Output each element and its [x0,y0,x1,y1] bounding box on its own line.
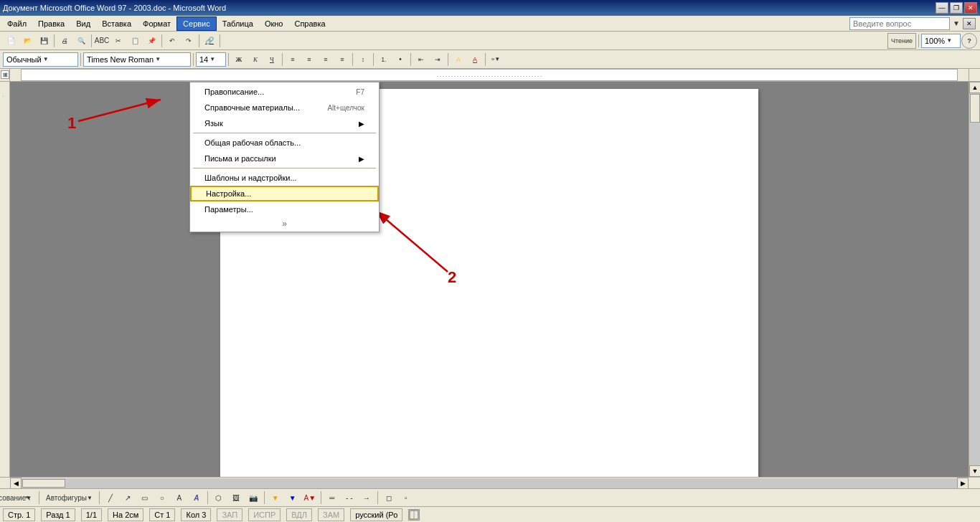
diagram-button[interactable]: ⬡ [211,490,227,506]
menu-edit[interactable]: Правка [32,16,70,31]
font-color-button[interactable]: A [467,52,483,67]
search-dropdown-arrow[interactable]: ▼ [953,19,960,27]
menu-reference[interactable]: Справочные материалы... Alt+щелчок [190,100,379,115]
close-button[interactable]: ✕ [964,2,977,14]
line-spacing-button[interactable]: ↕ [355,52,371,67]
status-rec[interactable]: ЗАП [217,508,242,521]
undo-button[interactable]: ↶ [164,33,180,49]
menu-format[interactable]: Формат [137,16,176,31]
dash-style-button[interactable]: - - [341,490,357,506]
rectangle-tool-button[interactable]: ▭ [137,490,153,506]
status-fix[interactable]: ИСПР [248,508,281,521]
open-button[interactable]: 📂 [19,33,35,49]
style-combo[interactable]: Обычный ▼ [3,52,78,67]
help-close-button[interactable]: ✕ [963,18,976,29]
menu-customize[interactable]: Настройка... [190,186,379,201]
scroll-up-button[interactable]: ▲ [969,82,980,93]
menu-window[interactable]: Окно [259,16,289,31]
autoshapes-button[interactable]: Автофигуры ▼ [42,490,96,506]
ellipse-tool-button[interactable]: ○ [154,490,170,506]
line-tool-button[interactable]: ╱ [103,490,118,506]
vertical-scrollbar[interactable]: ▲ ▼ [969,82,980,477]
hyperlink-button[interactable]: 🔗 [202,33,217,49]
bold-button[interactable]: Ж [231,52,247,67]
menu-more-button[interactable]: » [282,219,287,229]
ruler-corner: ⊞ [0,69,10,81]
save-button[interactable]: 💾 [36,33,52,49]
minimize-button[interactable]: — [936,2,948,14]
italic-button[interactable]: К [248,52,263,67]
menu-table[interactable]: Таблица [217,16,259,31]
line-style-button[interactable]: ═ [324,490,340,506]
scroll-track[interactable] [969,93,980,465]
increase-indent-button[interactable]: ⇥ [430,52,446,67]
help-icon[interactable]: ? [961,33,977,49]
underline-button[interactable]: Ч [264,52,280,67]
toolbar-options-button[interactable]: »▼ [488,52,504,67]
menu-options[interactable]: Параметры... [190,201,379,217]
reading-mode-button[interactable]: Чтение [887,33,916,49]
copy-button[interactable]: 📋 [127,33,143,49]
font-color-draw-button[interactable]: A▼ [302,490,318,506]
spell-button[interactable]: ABC [94,33,110,49]
menu-shared[interactable]: Общая рабочая область... [190,135,379,151]
zoom-combo[interactable]: 100% ▼ [921,34,961,48]
select-objects-button[interactable]: ↖ [20,490,36,506]
hscroll-right-button[interactable]: ▶ [957,478,969,489]
arrow-tool-button[interactable]: ↗ [120,490,136,506]
textbox-tool-button[interactable]: A [171,490,187,506]
cut-button[interactable]: ✂ [110,33,126,49]
language-icon[interactable] [408,509,420,521]
restore-button[interactable]: ❐ [950,2,963,14]
menu-language[interactable]: Язык ▶ [190,115,379,131]
redo-button[interactable]: ↷ [181,33,197,49]
menu-spelling[interactable]: Правописание... F7 [190,84,379,100]
picture-button[interactable]: 📷 [245,490,261,506]
hscroll-left-button[interactable]: ◀ [10,478,22,489]
print-button[interactable]: 🖨 [57,33,72,49]
line-color-button[interactable]: ▼ [285,490,301,506]
menu-insert[interactable]: Вставка [96,16,137,31]
status-bar: Стр. 1 Разд 1 1/1 На 2см Ст 1 Кол 3 ЗАП … [0,506,980,522]
menu-view[interactable]: Вид [70,16,96,31]
highlight-button[interactable]: A [451,52,466,67]
search-input[interactable] [849,17,950,30]
scroll-thumb[interactable] [970,94,980,123]
menu-file[interactable]: Файл [1,16,32,31]
hscroll-track[interactable] [22,478,957,488]
draw-menu-button[interactable]: Рисование ▼ [3,490,19,506]
size-combo[interactable]: 14 ▼ [196,52,226,67]
font-combo[interactable]: Times New Roman ▼ [83,52,191,67]
clipart-button[interactable]: 🖼 [228,490,244,506]
numbering-button[interactable]: 1. [376,52,392,67]
paste-button[interactable]: 📌 [143,33,159,49]
arrow-style-button[interactable]: → [359,490,374,506]
menu-help[interactable]: Справка [288,16,331,31]
menu-templates[interactable]: Шаблоны и надстройки... [190,170,379,186]
decrease-indent-button[interactable]: ⇤ [413,52,429,67]
document-area[interactable]: 1 2 Правописание... [10,82,969,477]
menu-letters[interactable]: Письма и рассылки ▶ [190,151,379,166]
zoom-value: 100% [925,37,945,45]
hscroll-thumb[interactable] [22,479,65,488]
align-center-button[interactable]: ≡ [301,52,317,67]
new-button[interactable]: 📄 [3,33,19,49]
status-ext[interactable]: ЗАМ [318,508,344,521]
shadow-button[interactable]: ◻ [381,490,397,506]
ruler-toggle[interactable]: ⊞ [1,70,9,79]
horizontal-ruler: · · · · · · · · · · · · · · · · · · · · … [10,69,969,81]
scroll-down-button[interactable]: ▼ [969,465,980,477]
align-right-button[interactable]: ≡ [318,52,334,67]
format-sep-1 [80,53,81,66]
print-preview-button[interactable]: 🔍 [73,33,89,49]
justify-button[interactable]: ≡ [334,52,350,67]
menu-tools[interactable]: Сервис [176,16,217,31]
bullets-button[interactable]: • [392,52,408,67]
main-area: · 1 2 [0,82,980,477]
status-ovr[interactable]: ВДЛ [286,508,312,521]
wordart-button[interactable]: A [189,490,204,506]
horizontal-scrollbar[interactable]: ◀ ▶ [0,477,980,488]
fill-color-button[interactable]: ▼ [268,490,283,506]
3d-button[interactable]: ▫ [398,490,414,506]
align-left-button[interactable]: ≡ [285,52,301,67]
